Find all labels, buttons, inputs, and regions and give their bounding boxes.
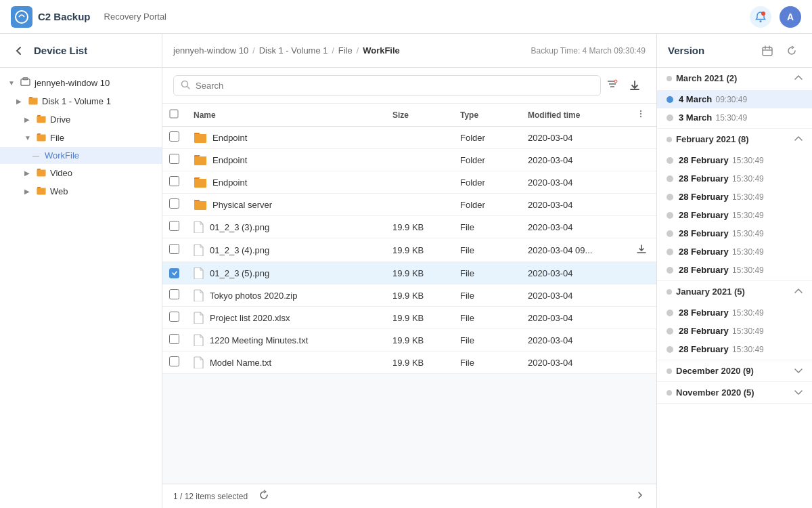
search-input[interactable] [196,81,593,91]
row-checkbox[interactable] [169,176,179,186]
row-checkbox[interactable] [169,334,179,344]
tree-item-label: WorkFile [45,150,79,161]
table-row[interactable]: Physical serverFolder2020-03-04 [162,194,656,216]
version-entry-1-1[interactable]: 28 February 15:30:49 [657,169,812,188]
footer-next-button[interactable] [635,490,646,503]
version-group-header-2[interactable]: January 2021 (5) [657,281,812,302]
table-row[interactable]: Project list 2020.xlsx19.9 KBFile2020-03… [162,307,656,329]
version-group-header-4[interactable]: November 2020 (5) [657,382,812,403]
items-selected: 1 / 12 items selected [173,492,248,501]
row-size-cell: 19.9 KB [386,307,453,329]
sidebar-tree-item-3[interactable]: ▼File [0,129,162,147]
topbar-right: A [750,6,801,28]
row-size-cell: 19.9 KB [386,352,453,374]
row-checkbox[interactable] [169,289,179,299]
version-group-dot [667,368,672,374]
row-download-button[interactable] [636,245,647,256]
download-all-button[interactable] [624,75,646,96]
table-row[interactable]: 01_2_3 (5).png19.9 KBFile2020-03-04 [162,262,656,284]
file-icon [194,267,204,279]
row-size-cell: 19.9 KB [386,262,453,284]
header-modified: Modified time [521,104,629,127]
version-group-header-3[interactable]: December 2020 (9) [657,360,812,381]
version-calendar-button[interactable] [758,41,777,60]
row-checkbox[interactable] [169,131,179,142]
version-group-header-1[interactable]: February 2021 (8) [657,129,812,150]
table-row[interactable]: Tokyo photos 2020.zip19.9 KBFile2020-03-… [162,284,656,307]
row-modified-cell: 2020-03-04 09... [521,238,629,262]
breadcrumb-item-0[interactable]: jennyeh-window 10 [173,45,248,56]
sidebar-title: Device List [34,45,87,56]
row-modified-cell: 2020-03-04 [521,216,629,238]
row-action-cell [629,194,656,216]
table-row[interactable]: 01_2_3 (3).png19.9 KBFile2020-03-04 [162,216,656,238]
version-group-label: December 2020 (9) [676,366,754,376]
version-entry-1-5[interactable]: 28 February 15:30:49 [657,242,812,261]
folder-icon [194,132,207,143]
row-action-cell [629,127,656,149]
sidebar: Device List ▼jennyeh-window 10▶Disk 1 - … [0,34,162,508]
version-entry-2-2[interactable]: 28 February 15:30:49 [657,340,812,358]
sidebar-tree-item-6[interactable]: ▶Web [0,182,162,200]
checkbox-checked[interactable] [169,268,179,278]
version-entry-date: 28 February 15:30:49 [679,155,764,165]
sidebar-tree-item-1[interactable]: ▶Disk 1 - Volume 1 [0,92,162,110]
sidebar-tree-item-2[interactable]: ▶Drive [0,110,162,129]
file-footer: 1 / 12 items selected [162,484,656,508]
row-name-label: Endpoint [212,177,247,188]
version-entry-0-1[interactable]: 3 March 15:30:49 [657,108,812,127]
version-entry-dot [667,267,673,274]
file-icon [194,312,204,324]
version-entry-1-6[interactable]: 28 February 15:30:49 [657,261,812,279]
row-name-label: Endpoint [212,155,247,165]
version-entry-1-2[interactable]: 28 February 15:30:49 [657,188,812,206]
avatar[interactable]: A [780,6,801,28]
row-size-cell: 19.9 KB [386,216,453,238]
table-row[interactable]: EndpointFolder2020-03-04 [162,127,656,149]
file-icon [194,221,204,233]
row-modified-cell: 2020-03-04 [521,284,629,307]
version-group-header-0[interactable]: March 2021 (2) [657,68,812,89]
row-checkbox[interactable] [169,221,179,231]
table-row[interactable]: 1220 Meeting Minutes.txt19.9 KBFile2020-… [162,329,656,352]
tree-item-icon [37,114,46,125]
notification-icon[interactable] [750,6,771,28]
version-entry-2-1[interactable]: 28 February 15:30:49 [657,322,812,340]
svg-point-2 [761,12,765,16]
row-checkbox[interactable] [169,356,179,366]
sidebar-tree-item-5[interactable]: ▶Video [0,164,162,182]
row-checkbox-cell [162,307,187,329]
row-checkbox-cell [162,284,187,307]
table-row[interactable]: EndpointFolder2020-03-04 [162,149,656,171]
version-entry-1-4[interactable]: 28 February 15:30:49 [657,224,812,242]
version-entry-date: 4 March 09:30:49 [679,94,747,104]
version-entry-date: 28 February 15:30:49 [679,247,764,257]
version-entry-dot [667,175,673,182]
version-entry-1-0[interactable]: 28 February 15:30:49 [657,151,812,169]
row-checkbox-cell [162,127,187,149]
file-icon [194,289,204,301]
version-entry-0-0[interactable]: 4 March 09:30:49 [657,90,812,108]
breadcrumb-item-2[interactable]: File [338,45,353,56]
version-entry-1-3[interactable]: 28 February 15:30:49 [657,206,812,224]
table-header: Name Size Type Modified time [162,104,656,127]
version-refresh-button[interactable] [782,41,801,60]
table-row[interactable]: Model Name.txt19.9 KBFile2020-03-04 [162,352,656,374]
row-name-label: Model Name.txt [210,358,271,368]
table-row[interactable]: EndpointFolder2020-03-04 [162,171,656,194]
tree-caret-icon: ▶ [24,169,32,177]
back-button[interactable] [11,43,27,59]
table-row[interactable]: 01_2_3 (4).png19.9 KBFile2020-03-04 09..… [162,238,656,262]
row-checkbox[interactable] [169,312,179,322]
version-entry-2-0[interactable]: 28 February 15:30:49 [657,303,812,322]
row-checkbox[interactable] [169,198,179,209]
breadcrumb-item-1[interactable]: Disk 1 - Volume 1 [259,45,328,56]
tree-item-label: Video [50,168,72,178]
row-checkbox[interactable] [169,154,179,164]
footer-refresh-button[interactable] [258,490,269,503]
sidebar-tree-item-0[interactable]: ▼jennyeh-window 10 [0,73,162,92]
filter-icon[interactable] [606,78,618,93]
row-name-cell: Physical server [187,194,386,216]
sidebar-tree-item-4[interactable]: —WorkFile [0,147,162,164]
row-checkbox[interactable] [169,244,179,254]
